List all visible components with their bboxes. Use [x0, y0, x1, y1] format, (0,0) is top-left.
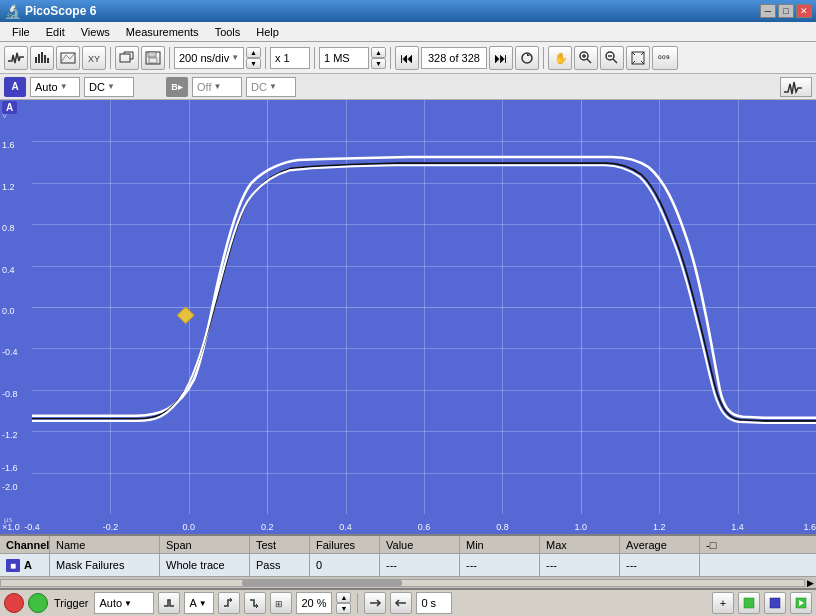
- channel-a-coupling[interactable]: DC ▼: [84, 77, 134, 97]
- x-label-6: 0.8: [496, 522, 509, 532]
- menu-edit[interactable]: Edit: [38, 24, 73, 40]
- samples-up-button[interactable]: ▲: [371, 47, 386, 58]
- stop-indicator[interactable]: [4, 593, 24, 613]
- meas-max: ---: [540, 554, 620, 576]
- header-average: Average: [620, 536, 700, 553]
- channel-b-coupling-arrow: ▼: [269, 82, 277, 91]
- trigger-rising-button[interactable]: [218, 592, 240, 614]
- zoom-in-button[interactable]: [574, 46, 598, 70]
- svg-rect-23: [744, 598, 754, 608]
- capture-counter: 328 of 328: [421, 47, 487, 69]
- threshold-down[interactable]: ▼: [336, 603, 351, 614]
- y-label-neg-0-4: -0.4: [2, 348, 18, 357]
- svg-text:✋: ✋: [554, 51, 567, 65]
- header-name: Name: [50, 536, 160, 553]
- blue-record-button[interactable]: [764, 592, 786, 614]
- close-button[interactable]: ✕: [796, 4, 812, 18]
- threshold-input[interactable]: 20 %: [296, 592, 332, 614]
- meas-name: Mask Failures: [50, 554, 160, 576]
- persistence-mode-button[interactable]: [56, 46, 80, 70]
- green-record-button[interactable]: [738, 592, 760, 614]
- titlebar-left: 🔬 PicoScope 6: [4, 3, 96, 19]
- svg-rect-24: [770, 598, 780, 608]
- channel-b-coupling[interactable]: DC ▼: [246, 77, 296, 97]
- trigger-label: Trigger: [54, 597, 88, 609]
- trigger-channel-arrow: ▼: [199, 599, 207, 608]
- capture-value: 328 of 328: [428, 52, 480, 64]
- y-label-neg-2-0: -2.0: [2, 483, 18, 492]
- hand-tool-button[interactable]: ✋: [548, 46, 572, 70]
- y-label-neg-1-2: -1.2: [2, 431, 18, 440]
- threshold-up[interactable]: ▲: [336, 592, 351, 603]
- samples-down-button[interactable]: ▼: [371, 58, 386, 69]
- header-value: Value: [380, 536, 460, 553]
- svg-rect-5: [61, 53, 75, 63]
- menu-views[interactable]: Views: [73, 24, 118, 40]
- tb-sep1: [110, 47, 111, 69]
- delay-icon2[interactable]: [390, 592, 412, 614]
- statusbar: Trigger Auto ▼ A ▼ ⊞ 20 % ▲ ▼: [0, 588, 816, 616]
- waveform-math-button[interactable]: [780, 77, 812, 97]
- delay-icon1[interactable]: [364, 592, 386, 614]
- tb-sep3: [265, 47, 266, 69]
- menu-file[interactable]: File: [4, 24, 38, 40]
- trigger-channel-icon[interactable]: [158, 592, 180, 614]
- trigger-mode-dropdown[interactable]: Auto ▼: [94, 592, 154, 614]
- svg-text:⁰⁰⁹: ⁰⁰⁹: [658, 54, 670, 64]
- svg-rect-0: [35, 57, 37, 63]
- scope-mode-button[interactable]: [4, 46, 28, 70]
- timebase-up-button[interactable]: ▲: [246, 47, 261, 58]
- timebase-down-button[interactable]: ▼: [246, 58, 261, 69]
- ruler-button[interactable]: ⁰⁰⁹: [652, 46, 678, 70]
- threshold-stepper[interactable]: ▲ ▼: [336, 592, 351, 614]
- meas-average: ---: [620, 554, 700, 576]
- titlebar-controls: ─ □ ✕: [760, 4, 812, 18]
- x-unit-label: μs: [4, 515, 13, 524]
- x-label-start: -0.4: [24, 522, 40, 532]
- y-label-0-8: 0.8: [2, 224, 15, 233]
- loop-button[interactable]: [515, 46, 539, 70]
- menu-help[interactable]: Help: [248, 24, 287, 40]
- next-capture-button[interactable]: ⏭: [489, 46, 513, 70]
- scope-display[interactable]: A 2.0 V 1.6 1.2 0.8 0.4 0.0 -0.4 -0.8 -1…: [0, 100, 816, 534]
- green-play-button[interactable]: [790, 592, 812, 614]
- channel-a-range[interactable]: Auto ▼: [30, 77, 80, 97]
- horizontal-scrollbar[interactable]: ▶: [0, 576, 816, 588]
- save-button[interactable]: [141, 46, 165, 70]
- trigger-falling-button[interactable]: [244, 592, 266, 614]
- channelbar: A Auto ▼ DC ▼ B▸ Off ▼ DC ▼: [0, 74, 816, 100]
- play-indicator[interactable]: [28, 593, 48, 613]
- minimize-button[interactable]: ─: [760, 4, 776, 18]
- svg-rect-1: [38, 54, 40, 63]
- add-channel-button[interactable]: +: [712, 592, 734, 614]
- app-title: PicoScope 6: [25, 4, 96, 18]
- channel-b-state[interactable]: Off ▼: [192, 77, 242, 97]
- trigger-channel-dropdown[interactable]: A ▼: [184, 592, 214, 614]
- waveform-svg: [32, 100, 816, 514]
- time-value-display: 0 s: [416, 592, 452, 614]
- channel-a-coupling-value: DC: [89, 81, 105, 93]
- prev-capture-button[interactable]: ⏮: [395, 46, 419, 70]
- spectrum-mode-button[interactable]: [30, 46, 54, 70]
- header-min: Min: [460, 536, 540, 553]
- scroll-track[interactable]: [0, 579, 805, 587]
- scroll-thumb[interactable]: [242, 580, 403, 586]
- fit-button[interactable]: [626, 46, 650, 70]
- samples-dropdown[interactable]: 1 MS: [319, 47, 369, 69]
- toolbar: XY 200 ns/div ▼ ▲ ▼ x 1 1 MS ▲ ▼ ⏮ 328 o…: [0, 42, 816, 74]
- samples-value: 1 MS: [324, 52, 350, 64]
- header-span: Span: [160, 536, 250, 553]
- channel-b-state-value: Off: [197, 81, 211, 93]
- zoom-dropdown[interactable]: x 1: [270, 47, 310, 69]
- header-failures: Failures: [310, 536, 380, 553]
- menu-tools[interactable]: Tools: [207, 24, 249, 40]
- titlebar: 🔬 PicoScope 6 ─ □ ✕: [0, 0, 816, 22]
- menu-measurements[interactable]: Measurements: [118, 24, 207, 40]
- xy-mode-button[interactable]: XY: [82, 46, 106, 70]
- maximize-button[interactable]: □: [778, 4, 794, 18]
- y-label-1-2: 1.2: [2, 183, 15, 192]
- timebase-dropdown[interactable]: 200 ns/div ▼: [174, 47, 244, 69]
- open-button[interactable]: [115, 46, 139, 70]
- scroll-right[interactable]: ▶: [805, 578, 816, 588]
- zoom-out-button[interactable]: [600, 46, 624, 70]
